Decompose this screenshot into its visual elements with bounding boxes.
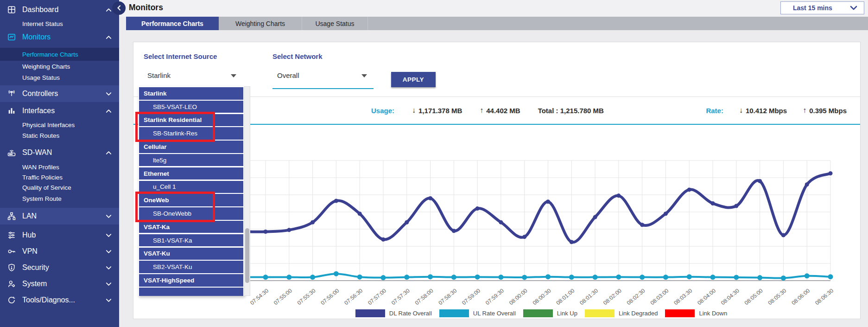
- dropdown-option-lte5g[interactable]: lte5g: [139, 154, 243, 167]
- chevron-down-icon: [106, 90, 112, 98]
- usage-label: Usage:: [371, 107, 394, 115]
- sidebar-item-label: Dashboard: [22, 6, 58, 14]
- security-icon: [6, 263, 17, 273]
- sidebar-item-controllers[interactable]: Controllers: [0, 85, 119, 102]
- dropdown-option-sb2-vsat-ku[interactable]: SB2-VSAT-Ku: [139, 261, 243, 273]
- x-tick-label: 08:02:00: [602, 287, 623, 306]
- sidebar-item-tools-diagnos[interactable]: Tools/Diagnos...: [0, 293, 119, 307]
- sidebar-item-security[interactable]: Security: [0, 261, 119, 275]
- dropdown-group-vsat-highspeed[interactable]: VSAT-HighSpeed: [139, 274, 243, 287]
- tab-weighting-charts[interactable]: Weighting Charts: [219, 17, 302, 30]
- sidebar-item-dashboard[interactable]: Dashboard: [0, 3, 119, 17]
- lan-icon: [6, 211, 17, 221]
- x-tick-label: 08:03:30: [672, 287, 693, 306]
- dropdown-option-sb1-vsat-ka[interactable]: SB1-VSAT-Ka: [139, 234, 243, 247]
- x-tick-label: 07:59:00: [461, 287, 482, 306]
- legend-swatch: [355, 309, 385, 317]
- sidebar-item-wan-profiles[interactable]: WAN Profiles: [0, 162, 119, 172]
- sidebar-collapse-button[interactable]: [112, 1, 126, 15]
- usage-total: Total : 1,215.780 MB: [538, 107, 604, 115]
- internet-source-select[interactable]: Starlink: [147, 71, 171, 79]
- usage-upload: ↑44.402 MB: [480, 106, 520, 115]
- dropdown-option-sb-starlink-res[interactable]: SB-Starlink-Res: [139, 127, 243, 140]
- dropdown-group-ethernet[interactable]: Ethernet: [139, 167, 243, 180]
- sidebar-item-weighting-charts[interactable]: Weighting Charts: [0, 61, 119, 71]
- dropdown-group-starlink[interactable]: Starlink: [139, 87, 243, 100]
- sidebar-item-interfaces[interactable]: Interfaces: [0, 104, 119, 118]
- dropdown-option-sb5-vsat-leo[interactable]: SB5-VSAT-LEO: [139, 101, 243, 113]
- chevron-up-icon: [106, 6, 112, 14]
- legend-label: Link Up: [557, 310, 577, 317]
- sidebar-item-sd-wan[interactable]: SD-WAN: [0, 145, 119, 160]
- interfaces-icon: [6, 106, 17, 116]
- sidebar-item-hub[interactable]: Hub: [0, 228, 119, 242]
- legend-item-link-up: Link Up: [523, 309, 577, 317]
- apply-button[interactable]: APPLY: [391, 72, 436, 87]
- sidebar-item-monitors[interactable]: Monitors: [0, 30, 119, 45]
- legend-label: Link Degraded: [619, 310, 658, 317]
- x-tick-label: 08:04:30: [720, 287, 741, 306]
- chevron-down-icon: [106, 280, 112, 288]
- sidebar-item-label: Traffic Policies: [22, 174, 63, 181]
- chevron-down-icon: [106, 296, 112, 304]
- tab-usage-status[interactable]: Usage Status: [302, 17, 368, 30]
- chevron-up-icon: [106, 148, 112, 157]
- time-range-select[interactable]: Last 15 mins: [780, 1, 864, 14]
- dropdown-option-u-cell-1[interactable]: u_Cell 1: [139, 181, 243, 193]
- dropdown-group-oneweb[interactable]: OneWeb: [139, 194, 243, 206]
- vpn-icon: [6, 246, 17, 256]
- sidebar-item-performance-charts[interactable]: Performance Charts: [0, 48, 119, 61]
- sidebar-item-system-route[interactable]: System Route: [0, 193, 119, 204]
- down-arrow-icon: ↓: [739, 106, 743, 115]
- up-arrow-icon: ↑: [480, 106, 483, 115]
- sidebar-item-system[interactable]: System: [0, 277, 119, 291]
- dropdown-group-starlink-residential[interactable]: Starlink Residential: [139, 114, 243, 127]
- sidebar-item-vpn[interactable]: VPN: [0, 244, 119, 258]
- legend-label: UL Rate Overall: [473, 310, 516, 317]
- legend-label: DL Rate Overall: [389, 310, 432, 317]
- chart-legend: DL Rate OverallUL Rate OverallLink UpLin…: [249, 309, 833, 317]
- x-tick-label: 07:54:30: [249, 287, 270, 306]
- x-tick-label: 08:04:00: [696, 287, 717, 306]
- dropdown-group-vsat-ku[interactable]: VSAT-Ku: [139, 248, 243, 260]
- sidebar-item-physical-interfaces[interactable]: Physical Interfaces: [0, 120, 119, 130]
- x-tick-label: 08:02:30: [626, 287, 646, 306]
- sidebar-item-label: Monitors: [22, 33, 51, 41]
- sidebar-item-traffic-policies[interactable]: Traffic Policies: [0, 172, 119, 182]
- sidebar-item-label: Performance Charts: [22, 51, 78, 58]
- sidebar-item-label: System Route: [22, 195, 62, 202]
- usage-stats-group: Usage: ↓1,171.378 MB ↑44.402 MB Total : …: [371, 97, 604, 124]
- internet-source-caret-icon: [231, 74, 236, 77]
- dropdown-group-vsat-ka[interactable]: VSAT-Ka: [139, 221, 243, 233]
- dropdown-option-sb-onewebb[interactable]: SB-OneWebb: [139, 207, 243, 220]
- x-tick-label: 08:05:30: [767, 287, 788, 306]
- sidebar-item-label: LAN: [22, 212, 37, 220]
- sidebar-item-label: Physical Interfaces: [22, 122, 75, 128]
- network-select[interactable]: Overall: [277, 71, 299, 79]
- x-tick-label: 08:06:00: [790, 287, 811, 306]
- chevron-left-icon: [116, 4, 122, 13]
- sidebar-item-usage-status[interactable]: Usage Status: [0, 72, 119, 83]
- sidebar-item-quality-of-service[interactable]: Quality of Service: [0, 182, 119, 193]
- legend-swatch: [523, 309, 553, 317]
- select-internet-source-label: Select Internet Source: [144, 52, 217, 60]
- dropdown-group-cellular[interactable]: Cellular: [139, 141, 243, 153]
- x-tick-label: 08:00:30: [532, 287, 552, 306]
- chevron-down-icon: [106, 263, 112, 272]
- dropdown-scrollbar-thumb[interactable]: [245, 228, 249, 283]
- dropdown-item-partial[interactable]: [139, 288, 243, 296]
- sidebar-item-label: Static Routes: [22, 132, 59, 139]
- x-tick-label: 07:57:30: [390, 287, 411, 306]
- down-arrow-icon: ↓: [412, 106, 416, 115]
- chevron-down-icon: [850, 4, 857, 12]
- chevron-down-icon: [106, 212, 112, 220]
- tab-performance-charts[interactable]: Performance Charts: [126, 17, 219, 30]
- sidebar-item-lan[interactable]: LAN: [0, 208, 119, 224]
- sidebar-item-internet-status[interactable]: Internet Status: [0, 19, 119, 29]
- sidebar-item-static-routes[interactable]: Static Routes: [0, 130, 119, 141]
- sidebar-item-label: SD-WAN: [22, 148, 52, 157]
- rate-download: ↓10.412 Mbps: [739, 106, 787, 115]
- x-tick-label: 08:03:00: [649, 287, 670, 306]
- sidebar-item-label: WAN Profiles: [22, 164, 59, 171]
- top-bar: [119, 0, 868, 17]
